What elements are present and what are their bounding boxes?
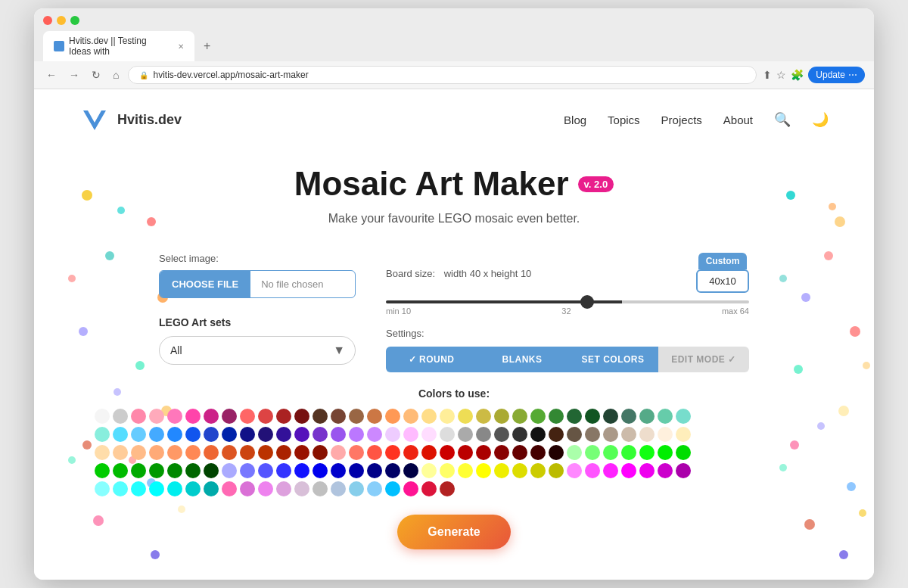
color-dot[interactable] (204, 481, 219, 496)
choose-file-button[interactable]: CHOOSE FILE (160, 271, 250, 297)
color-dot[interactable] (131, 481, 146, 496)
color-dot[interactable] (585, 445, 600, 460)
color-dot[interactable] (185, 409, 201, 424)
color-dot[interactable] (276, 481, 291, 496)
color-dot[interactable] (549, 427, 564, 442)
color-dot[interactable] (167, 481, 182, 496)
color-dot[interactable] (512, 427, 527, 442)
color-dot[interactable] (512, 445, 527, 460)
maximize-traffic-light[interactable] (70, 16, 79, 25)
color-dot[interactable] (185, 445, 201, 460)
color-dot[interactable] (149, 463, 164, 478)
color-dot[interactable] (258, 427, 273, 442)
color-dot[interactable] (204, 463, 219, 478)
color-dot[interactable] (639, 409, 655, 424)
color-dot[interactable] (331, 481, 346, 496)
color-dot[interactable] (403, 409, 418, 424)
color-dot[interactable] (476, 463, 491, 478)
color-dot[interactable] (276, 445, 291, 460)
color-dot[interactable] (603, 427, 618, 442)
color-dot[interactable] (403, 427, 418, 442)
color-dot[interactable] (567, 463, 582, 478)
color-dot[interactable] (621, 409, 636, 424)
color-dot[interactable] (349, 463, 364, 478)
logo-text[interactable]: Hvitis.dev (117, 112, 182, 128)
color-dot[interactable] (131, 427, 146, 442)
color-dot[interactable] (512, 463, 527, 478)
color-dot[interactable] (385, 463, 400, 478)
color-dot[interactable] (585, 463, 600, 478)
color-dot[interactable] (95, 481, 110, 496)
color-dot[interactable] (367, 463, 382, 478)
color-dot[interactable] (222, 427, 237, 442)
color-dot[interactable] (113, 481, 128, 496)
color-dot[interactable] (95, 463, 110, 478)
color-dot[interactable] (258, 445, 273, 460)
color-dot[interactable] (95, 427, 110, 442)
color-dot[interactable] (240, 463, 255, 478)
color-dot[interactable] (440, 427, 455, 442)
nav-topics[interactable]: Topics (608, 114, 640, 126)
color-dot[interactable] (549, 463, 564, 478)
nav-projects[interactable]: Projects (661, 114, 702, 126)
color-dot[interactable] (240, 409, 255, 424)
color-dot[interactable] (676, 409, 691, 424)
color-dot[interactable] (276, 427, 291, 442)
color-dot[interactable] (403, 445, 418, 460)
color-dot[interactable] (131, 445, 146, 460)
color-dot[interactable] (349, 427, 364, 442)
color-dot[interactable] (149, 445, 164, 460)
color-dot[interactable] (440, 481, 455, 496)
dark-mode-icon[interactable]: 🌙 (812, 111, 829, 128)
color-dot[interactable] (294, 409, 309, 424)
color-dot[interactable] (385, 481, 400, 496)
color-dot[interactable] (222, 463, 237, 478)
color-dot[interactable] (149, 409, 164, 424)
color-dot[interactable] (567, 409, 582, 424)
search-icon[interactable]: 🔍 (774, 111, 791, 128)
active-tab[interactable]: Hvitis.dev || Testing Ideas with ✕ (43, 31, 194, 61)
close-traffic-light[interactable] (43, 16, 52, 25)
color-dot[interactable] (149, 427, 164, 442)
color-dot[interactable] (549, 409, 564, 424)
color-dot[interactable] (349, 445, 364, 460)
color-dot[interactable] (367, 427, 382, 442)
color-dot[interactable] (494, 445, 509, 460)
color-dot[interactable] (476, 445, 491, 460)
color-dot[interactable] (621, 427, 636, 442)
color-dot[interactable] (258, 463, 273, 478)
color-dot[interactable] (676, 445, 691, 460)
color-dot[interactable] (95, 445, 110, 460)
new-tab-button[interactable]: + (197, 36, 216, 56)
color-dot[interactable] (258, 481, 273, 496)
color-dot[interactable] (639, 463, 655, 478)
color-dot[interactable] (494, 463, 509, 478)
generate-button[interactable]: Generate (397, 515, 510, 549)
reload-button[interactable]: ↻ (89, 67, 104, 82)
edit-mode-button[interactable]: EDIT MODE ✓ (658, 347, 749, 372)
color-dot[interactable] (276, 409, 291, 424)
color-dot[interactable] (585, 409, 600, 424)
color-dot[interactable] (512, 409, 527, 424)
color-dot[interactable] (421, 463, 437, 478)
color-dot[interactable] (530, 409, 546, 424)
color-dot[interactable] (240, 481, 255, 496)
color-dot[interactable] (440, 445, 455, 460)
color-dot[interactable] (567, 427, 582, 442)
color-dot[interactable] (149, 481, 164, 496)
color-dot[interactable] (585, 427, 600, 442)
color-dot[interactable] (676, 427, 691, 442)
color-dot[interactable] (440, 409, 455, 424)
color-dot[interactable] (458, 445, 473, 460)
color-dot[interactable] (639, 445, 655, 460)
color-dot[interactable] (313, 481, 328, 496)
color-dot[interactable] (603, 409, 618, 424)
color-dot[interactable] (676, 463, 691, 478)
color-dot[interactable] (567, 445, 582, 460)
color-dot[interactable] (331, 445, 346, 460)
color-dot[interactable] (113, 445, 128, 460)
blanks-button[interactable]: BLANKS (477, 347, 568, 372)
nav-blog[interactable]: Blog (564, 114, 586, 126)
color-dot[interactable] (494, 427, 509, 442)
color-dot[interactable] (421, 427, 437, 442)
